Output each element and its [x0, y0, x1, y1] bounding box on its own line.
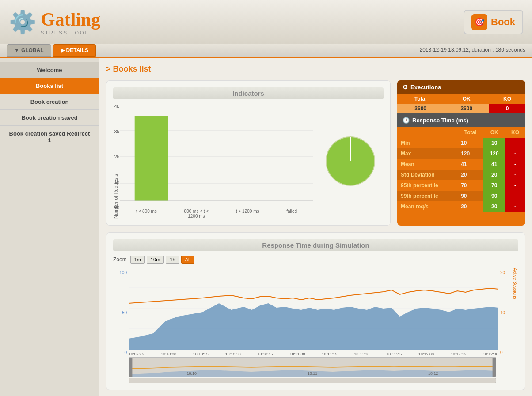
resp-ok-1: 120: [483, 148, 505, 159]
indicators-panel: Indicators Number of Requests 4k 3k 2k 1…: [106, 80, 391, 226]
resp-ok-6: 20: [483, 201, 505, 212]
table-row: 99th percentile 90 90 -: [397, 191, 525, 201]
resp-ko-6: -: [505, 201, 525, 212]
resp-ok-header: OK: [483, 127, 505, 138]
resp-empty-header: [397, 127, 457, 138]
table-row: Mean 41 41 -: [397, 159, 525, 170]
logo-subtitle: STRESS TOOL: [41, 30, 100, 35]
exec-title: Executions: [410, 84, 441, 91]
top-badge: 🎯 Book: [464, 10, 523, 34]
mini-chart-area: 18:10 18:11 18:12: [129, 357, 496, 383]
clock-icon: 🕐: [403, 117, 410, 124]
resp-ok-4: 70: [483, 180, 505, 191]
logo-area: ⚙️ Gatling STRESS TOOL: [9, 9, 100, 35]
resp-total-6: 20: [457, 201, 483, 212]
table-row: 95th percentile 70 70 -: [397, 180, 525, 191]
resp-ko-header: KO: [505, 127, 525, 138]
svg-marker-18: [129, 303, 498, 350]
zoom-label: Zoom: [113, 256, 127, 263]
resp-ok-5: 90: [483, 191, 505, 201]
sidebar-item-books-list[interactable]: Books list: [0, 78, 99, 94]
header: ⚙️ Gatling STRESS TOOL 🎯 Book: [0, 0, 532, 44]
sidebar-item-welcome[interactable]: Welcome: [0, 62, 99, 78]
global-arrow: ▼: [14, 47, 19, 53]
scrollbar-thumb[interactable]: [129, 378, 496, 383]
resp-total-4: 70: [457, 180, 483, 191]
zoom-btn-10m[interactable]: 10m: [147, 256, 164, 264]
details-label: DETAILS: [66, 47, 88, 53]
resp-total-3: 20: [457, 170, 483, 180]
resp-label-1: Max: [397, 148, 457, 159]
mini-x-labels: 18:10 18:11 18:12: [129, 371, 496, 376]
table-row: Max 120 120 -: [397, 148, 525, 159]
badge-title: Book: [491, 16, 515, 28]
tab-details[interactable]: ▶ DETAILS: [53, 44, 96, 57]
y-axis-right: 20 10 0: [498, 268, 512, 357]
resp-ok-0: 10: [483, 138, 505, 148]
zoom-btn-1h[interactable]: 1h: [166, 256, 179, 264]
resp-ko-0: -: [505, 138, 525, 148]
table-row: Mean req/s 20 20 -: [397, 201, 525, 212]
global-label: GLOBAL: [21, 47, 44, 53]
resp-label-4: 95th percentile: [397, 180, 457, 191]
resp-ok-2: 41: [483, 159, 505, 170]
y-axis-labels: 4k 3k 2k 1k 0k: [108, 104, 119, 210]
resp-ko-3: -: [505, 170, 525, 180]
resp-total-2: 41: [457, 159, 483, 170]
table-row: Min 10 10 -: [397, 138, 525, 148]
chart-inner-wrapper: 18:09:45 18:10:00 18:10:15 18:10:30 18:1…: [129, 268, 498, 357]
indicators-title: Indicators: [113, 87, 384, 99]
tab-global[interactable]: ▼ GLOBAL: [7, 44, 51, 57]
resp-table: Total OK KO Min 10 10 - Max 120 120: [397, 127, 525, 212]
exec-val-ko: 0: [489, 104, 525, 113]
resp-label-2: Mean: [397, 159, 457, 170]
exec-icon: ⚙: [403, 84, 408, 91]
exec-table: Total OK KO 3600 3600 0: [397, 94, 525, 113]
sidebar-item-book-creation[interactable]: Book creation: [0, 94, 99, 110]
resp-total-0: 10: [457, 138, 483, 148]
logo-title: Gatling: [41, 9, 100, 30]
active-sessions-label: Active Sessions: [512, 268, 518, 357]
resp-label-6: Mean req/s: [397, 201, 457, 212]
resp-title: Response Time (ms): [412, 117, 468, 124]
resp-label-3: Std Deviation: [397, 170, 457, 180]
scrollbar[interactable]: [129, 378, 496, 383]
sidebar-item-book-creation-saved-redirect[interactable]: Book creation saved Redirect 1: [0, 126, 99, 148]
resp-ko-4: -: [505, 180, 525, 191]
resp-ko-5: -: [505, 191, 525, 201]
exec-val-total: 3600: [397, 104, 444, 113]
pie-chart-container: [317, 132, 384, 190]
exec-col-total: Total: [397, 94, 444, 104]
response-chart-panel: Response Time during Simulation Zoom 1m …: [106, 232, 525, 390]
gatling-logo-icon: ⚙️: [9, 9, 36, 35]
pie-chart-svg: [322, 132, 379, 190]
y-axis-left: 100 50 0: [113, 268, 129, 357]
time-chart-wrapper: 100 50 0: [113, 268, 518, 357]
resp-label-0: Min: [397, 138, 457, 148]
sidebar-item-book-creation-saved[interactable]: Book creation saved: [0, 110, 99, 126]
mini-chart: 18:10 18:11 18:12: [129, 357, 496, 377]
page-title: Books list: [106, 64, 525, 74]
response-chart-title: Response Time during Simulation: [113, 239, 518, 251]
exec-col-ok: OK: [444, 94, 489, 104]
exec-col-ko: KO: [489, 94, 525, 104]
content-area: Books list Indicators Number of Requests…: [99, 58, 532, 396]
resp-ko-2: -: [505, 159, 525, 170]
resp-total-1: 120: [457, 148, 483, 159]
zoom-controls: Zoom 1m 10m 1h All: [113, 256, 518, 264]
main-layout: Welcome Books list Book creation Book cr…: [0, 58, 532, 396]
exec-panel: ⚙ Executions Total OK KO 3600 3600 0: [397, 80, 525, 226]
bar-chart-svg: [120, 104, 313, 210]
exec-val-ok: 3600: [444, 104, 489, 113]
timestamp: 2013-12-19 18:09:12, duration : 180 seco…: [419, 47, 525, 57]
mini-chart-wrapper: 18:10 18:11 18:12: [113, 357, 518, 383]
resp-label-5: 99th percentile: [397, 191, 457, 201]
exec-header: ⚙ Executions: [397, 80, 525, 94]
time-series-svg: [129, 268, 498, 350]
zoom-btn-all[interactable]: All: [181, 256, 194, 264]
zoom-btn-1m[interactable]: 1m: [130, 256, 145, 264]
resp-total-header: Total: [457, 127, 483, 138]
sidebar: Welcome Books list Book creation Book cr…: [0, 58, 99, 396]
resp-ko-1: -: [505, 148, 525, 159]
table-row: Std Deviation 20 20 -: [397, 170, 525, 180]
